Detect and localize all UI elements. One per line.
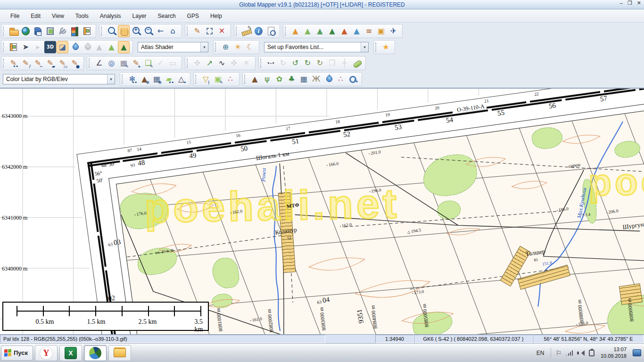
- class-building-icon[interactable]: ▦: [298, 73, 310, 85]
- volume-icon[interactable]: [577, 350, 585, 356]
- taskbar-excel[interactable]: [59, 345, 82, 361]
- favorites-star-icon[interactable]: ★: [380, 41, 392, 53]
- menu-edit[interactable]: Edit: [25, 11, 46, 21]
- atlas-shader-toggle-icon[interactable]: ▲: [118, 41, 130, 53]
- daylight-view-icon[interactable]: ☀: [232, 41, 244, 53]
- taskbar-yandex-browser[interactable]: [35, 345, 58, 361]
- lidar-building-classify-icon[interactable]: ▦✻: [151, 73, 163, 85]
- create-concentric-rings-icon[interactable]: ◎: [106, 57, 117, 69]
- view-shed-icon[interactable]: ▣: [375, 25, 387, 37]
- maximize-button[interactable]: ❐: [627, 0, 632, 6]
- smooth-line-icon[interactable]: ∿: [216, 57, 228, 69]
- rotate-feature-icon[interactable]: ↻: [277, 57, 289, 69]
- pan-tool-icon[interactable]: [118, 25, 130, 37]
- dock-view-icon[interactable]: ▸: [32, 41, 44, 53]
- night-view-icon[interactable]: ☾: [244, 41, 256, 53]
- shader-combo[interactable]: Atlas Shader▾: [138, 42, 208, 52]
- zoom-in-icon[interactable]: +: [130, 25, 142, 37]
- lidar-reclassify-icon[interactable]: ∴: [224, 73, 236, 85]
- zoom-previous-icon[interactable]: ←: [155, 25, 166, 37]
- minimize-button[interactable]: –: [620, 0, 623, 6]
- fly-through-icon[interactable]: ✈: [388, 25, 399, 37]
- water-level-rise-icon[interactable]: [69, 41, 81, 53]
- copy-features-icon[interactable]: ❏✎: [142, 57, 154, 69]
- zoom-tool-icon[interactable]: [106, 25, 117, 37]
- action-center-icon[interactable]: ⚐: [555, 349, 561, 357]
- split-feature-icon[interactable]: ✳: [240, 57, 252, 69]
- rotate-left-icon[interactable]: ↺: [289, 57, 301, 69]
- water-drop-analysis-icon[interactable]: ▲: [351, 25, 363, 37]
- elevation-shader-icon[interactable]: ▲: [289, 25, 301, 37]
- menu-gps[interactable]: GPS: [182, 11, 205, 21]
- search-vector-data-icon[interactable]: [265, 25, 277, 37]
- create-range-ring-icon[interactable]: ∠: [93, 57, 105, 69]
- vertex-edit-tool-icon[interactable]: ✎+: [130, 57, 142, 69]
- lidar-create-tin-icon[interactable]: △•: [175, 73, 187, 85]
- create-line-icon[interactable]: ✎/: [20, 57, 32, 69]
- create-grid-icon[interactable]: ▦✎: [118, 57, 130, 69]
- map-catalog-icon[interactable]: [69, 25, 81, 37]
- open-control-center-icon[interactable]: [81, 25, 93, 37]
- map-canvas[interactable]: poehali.net poehali.net 4849505152535455…: [0, 89, 644, 335]
- create-freehand-icon[interactable]: ✎∽: [32, 57, 44, 69]
- start-button[interactable]: Пуск: [1, 346, 33, 361]
- gps-follow-icon[interactable]: ➤: [20, 41, 32, 53]
- path-profile-icon[interactable]: ≡: [363, 25, 375, 37]
- shader-combo-dropdown-arrow-icon[interactable]: ▾: [200, 42, 208, 52]
- favorites-combo[interactable]: Set up Favorites List...▾: [264, 42, 369, 52]
- favorites-combo-dropdown-arrow-icon[interactable]: ▾: [361, 42, 368, 52]
- open-online-data-icon[interactable]: [20, 25, 32, 37]
- rotate-right-icon[interactable]: ↻: [302, 57, 314, 69]
- clock[interactable]: 13:07 10.09.2018: [599, 346, 628, 360]
- class-grass-icon[interactable]: ψ: [261, 73, 273, 85]
- create-point-icon[interactable]: ✎••: [8, 57, 19, 69]
- menu-analysis[interactable]: Analysis: [94, 11, 127, 21]
- clipboard-tray-icon[interactable]: [589, 350, 594, 356]
- create-circle-icon[interactable]: ✎●: [69, 57, 81, 69]
- feature-info-tool-icon[interactable]: [253, 25, 264, 37]
- overlay-control-center-icon[interactable]: [8, 41, 19, 53]
- duplicate-feature-icon[interactable]: ❐: [326, 57, 338, 69]
- full-view-icon[interactable]: ⌂: [167, 25, 179, 37]
- class-noise-icon[interactable]: ∴: [335, 73, 347, 85]
- language-indicator[interactable]: EN: [534, 348, 547, 358]
- configuration-icon[interactable]: [57, 25, 68, 37]
- hill-shading-icon[interactable]: ▲: [106, 41, 117, 53]
- network-signal-icon[interactable]: [566, 350, 573, 356]
- terrain-paint-icon[interactable]: ▲: [326, 25, 338, 37]
- taskbar-global-mapper[interactable]: [84, 345, 107, 361]
- menu-layer[interactable]: Layer: [127, 11, 152, 21]
- watershed-analysis-icon[interactable]: ▲: [339, 25, 350, 37]
- world-grid-icon[interactable]: ⊕: [220, 41, 231, 53]
- lidar-filter-icon[interactable]: ▽⋮: [200, 73, 212, 85]
- menu-help[interactable]: Help: [205, 11, 228, 21]
- flood-simulation-icon[interactable]: [81, 41, 93, 53]
- lidar-ground-classify-icon[interactable]: ▲✻: [139, 73, 150, 85]
- class-shrub-icon[interactable]: ✿: [273, 73, 285, 85]
- save-workspace-icon[interactable]: [32, 25, 44, 37]
- select-tool-icon[interactable]: [204, 25, 215, 37]
- 3d-view-icon[interactable]: 3D: [44, 41, 56, 53]
- close-button[interactable]: ✕: [637, 0, 641, 6]
- rotate-by-angle-icon[interactable]: ↻: [314, 57, 326, 69]
- apply-edits-icon[interactable]: ✓: [155, 57, 166, 69]
- create-area-icon[interactable]: ✎▰: [44, 57, 56, 69]
- menu-file[interactable]: File: [5, 11, 25, 21]
- menu-tools[interactable]: Tools: [70, 11, 94, 21]
- menu-search[interactable]: Search: [152, 11, 182, 21]
- display-options-icon[interactable]: [44, 25, 56, 37]
- lidar-combo[interactable]: Color Lidar by RGB/Elev▾: [3, 74, 115, 84]
- buffer-tool-icon[interactable]: [351, 57, 363, 69]
- delete-features-icon[interactable]: ✕: [216, 25, 228, 37]
- lidar-edit-points-icon[interactable]: ▣✎: [212, 73, 224, 85]
- class-tree-icon[interactable]: ♣: [286, 73, 297, 85]
- lidar-combo-dropdown-arrow-icon[interactable]: ▾: [107, 74, 115, 84]
- terrain-flatten-icon[interactable]: ▲: [314, 25, 326, 37]
- scale-feature-icon[interactable]: ↗: [204, 57, 215, 69]
- class-powerline-icon[interactable]: Ж: [310, 73, 322, 85]
- edit-vertices-icon[interactable]: •–•: [265, 57, 277, 69]
- measure-tool-icon[interactable]: [240, 25, 252, 37]
- class-ground-icon[interactable]: ▲: [249, 73, 261, 85]
- lidar-settings-icon[interactable]: ✻••: [126, 73, 138, 85]
- profile-toggle-icon[interactable]: ▲: [93, 41, 105, 53]
